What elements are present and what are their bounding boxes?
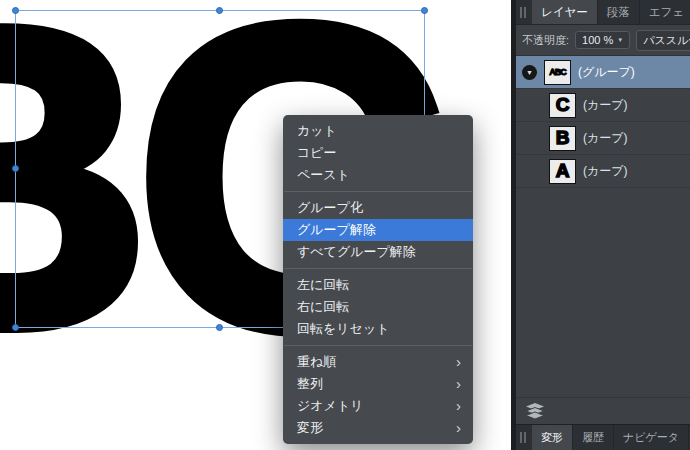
menu-item-transform[interactable]: 変形 › (283, 417, 473, 439)
layers-panel: レイヤー 段落 エフェ ス 不透明度: 100 % ▼ パススルー ▼ ABC … (511, 0, 690, 450)
panel-footer (516, 397, 690, 424)
menu-item-ungroup[interactable]: グループ解除 (283, 219, 473, 241)
layer-row-group[interactable]: ▼ ABC (グループ) (516, 56, 690, 89)
dropdown-arrow-icon: ▼ (617, 37, 623, 43)
tab-history[interactable]: 履歴 (573, 425, 614, 450)
layers-stack-icon[interactable] (524, 403, 546, 419)
tab-effects[interactable]: エフェ (640, 0, 690, 24)
selection-handle-mid-left[interactable] (12, 165, 19, 172)
tab-layers[interactable]: レイヤー (532, 0, 598, 24)
layer-thumbnail: C (549, 93, 576, 118)
opacity-label: 不透明度: (522, 33, 569, 48)
menu-item-label: 整列 (297, 376, 323, 391)
selection-handle-top-mid[interactable] (216, 7, 223, 14)
layer-thumbnail: A (549, 159, 576, 184)
layer-row-curve-b[interactable]: B (カーブ) (516, 122, 690, 155)
layer-label: (カーブ) (583, 130, 628, 147)
layer-thumbnail: ABC (544, 60, 571, 85)
selection-handle-top-right[interactable] (421, 7, 428, 14)
opacity-dropdown[interactable]: 100 % ▼ (575, 31, 630, 49)
submenu-arrow-icon: › (456, 373, 461, 395)
blend-mode-dropdown[interactable]: パススルー (636, 30, 690, 51)
menu-separator (284, 191, 472, 192)
menu-item-align[interactable]: 整列 › (283, 373, 473, 395)
menu-item-geometry[interactable]: ジオメトリ › (283, 395, 473, 417)
opacity-value: 100 % (582, 34, 613, 46)
layer-thumbnail: B (549, 126, 576, 151)
panel-tab-bar: レイヤー 段落 エフェ ス (516, 0, 690, 25)
menu-separator (284, 345, 472, 346)
selection-handle-bottom-mid[interactable] (216, 324, 223, 331)
selection-handle-bottom-left[interactable] (12, 324, 19, 331)
tab-paragraph[interactable]: 段落 (598, 0, 640, 24)
menu-item-rotate-right[interactable]: 右に回転 (283, 296, 473, 318)
layer-options-row: 不透明度: 100 % ▼ パススルー (516, 25, 690, 56)
tab-transform[interactable]: 変形 (532, 425, 573, 450)
layer-label: (カーブ) (583, 163, 628, 180)
menu-item-ungroup-all[interactable]: すべてグループ解除 (283, 241, 473, 263)
menu-separator (284, 268, 472, 269)
app-window: BC カット コピー ペースト グループ化 グループ解除 すべてグループ解除 左… (0, 0, 690, 450)
menu-item-label: 重ね順 (297, 354, 336, 369)
menu-item-label: 変形 (297, 420, 323, 435)
panel-drag-grip-icon[interactable] (516, 0, 532, 24)
layer-label: (カーブ) (583, 97, 628, 114)
menu-item-group[interactable]: グループ化 (283, 197, 473, 219)
submenu-arrow-icon: › (456, 395, 461, 417)
submenu-arrow-icon: › (456, 417, 461, 439)
menu-item-label: ジオメトリ (297, 398, 364, 413)
blend-mode-value: パススルー (643, 33, 690, 48)
disclosure-triangle-icon[interactable]: ▼ (522, 65, 537, 80)
tab-navigator[interactable]: ナビゲータ (614, 425, 689, 450)
menu-item-cut[interactable]: カット (283, 120, 473, 142)
context-menu: カット コピー ペースト グループ化 グループ解除 すべてグループ解除 左に回転… (283, 115, 473, 444)
layer-list: ▼ ABC (グループ) C (カーブ) B (カーブ) A (カーブ) (516, 56, 690, 188)
menu-item-paste[interactable]: ペースト (283, 164, 473, 186)
menu-item-rotate-left[interactable]: 左に回転 (283, 274, 473, 296)
panel-drag-grip-icon[interactable] (516, 425, 532, 450)
panel-bottom-tab-bar: 変形 履歴 ナビゲータ (516, 424, 690, 450)
layer-row-curve-c[interactable]: C (カーブ) (516, 89, 690, 122)
layer-row-curve-a[interactable]: A (カーブ) (516, 155, 690, 188)
submenu-arrow-icon: › (456, 351, 461, 373)
selection-handle-top-left[interactable] (12, 7, 19, 14)
menu-item-copy[interactable]: コピー (283, 142, 473, 164)
menu-item-reset-rotation[interactable]: 回転をリセット (283, 318, 473, 340)
layer-label: (グループ) (578, 64, 635, 81)
menu-item-arrange[interactable]: 重ね順 › (283, 351, 473, 373)
